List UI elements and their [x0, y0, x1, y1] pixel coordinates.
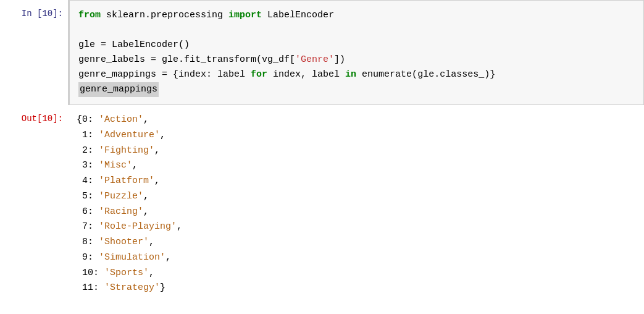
output-item-7-key: 7:: [82, 221, 99, 232]
output-indent: [77, 221, 82, 232]
output-brace-open: {: [77, 114, 82, 125]
string-genre: 'Genre': [295, 54, 334, 65]
code-line-3: genre_labels = gle.fit_transform(vg_df['…: [78, 53, 635, 67]
output-item-8-val: 'Shooter': [99, 237, 149, 247]
output-indent: [77, 237, 82, 247]
keyword-in: in: [345, 69, 356, 80]
output-indent: [77, 268, 82, 278]
output-item-5-val: 'Puzzle': [99, 191, 143, 202]
output-item-4-key: 4:: [82, 176, 99, 186]
output-item-6-val: 'Racing': [99, 206, 143, 217]
code-line-blank: [78, 23, 635, 38]
output-item-9-val: 'Simulation': [99, 252, 165, 263]
code-line-5: genre_mappings: [78, 82, 635, 97]
output-item-9-key: 9:: [82, 252, 99, 263]
output-item-1-val: 'Adventure': [99, 130, 160, 140]
output-indent: [77, 160, 82, 171]
code-line-4: genre_mappings = {index: label for index…: [78, 67, 635, 82]
code-line-2: gle = LabelEncoder(): [78, 38, 635, 53]
output-indent: [77, 191, 82, 202]
output-item-5-key: 5:: [82, 191, 99, 202]
input-label: In [10]:: [0, 0, 68, 105]
output-item-8-key: 8:: [82, 237, 99, 247]
keyword-from: from: [78, 10, 101, 20]
output-item-2-val: 'Fighting': [99, 145, 154, 156]
notebook: In [10]: from sklearn.preprocessing impo…: [0, 0, 644, 314]
output-indent: [77, 145, 82, 156]
output-indent: [77, 282, 82, 293]
output-item-3-val: 'Misc': [99, 160, 132, 171]
output-item-7-val: 'Role-Playing': [99, 221, 177, 232]
output-cell: Out[10]: {0: 'Action', 1: 'Adventure', 2…: [0, 105, 644, 303]
output-item-0-val: 'Action': [99, 114, 143, 125]
input-cell: In [10]: from sklearn.preprocessing impo…: [0, 0, 644, 105]
output-indent: [77, 252, 82, 263]
output-indent: [77, 130, 82, 140]
keyword-import: import: [228, 10, 262, 20]
output-indent: [77, 206, 82, 217]
output-item-11-key: 11:: [82, 282, 104, 293]
output-item-11-val: 'Strategy': [104, 282, 160, 293]
output-item-10-key: 10:: [82, 268, 104, 278]
keyword-for: for: [251, 69, 267, 80]
output-item-10-val: 'Sports': [104, 268, 149, 278]
output-label: Out[10]:: [0, 105, 68, 303]
output-item-0-key: 0:: [82, 114, 99, 125]
output-item-4-val: 'Platform': [99, 176, 154, 186]
output-item-3-key: 3:: [82, 160, 99, 171]
output-item-6-key: 6:: [82, 206, 99, 217]
output-content: {0: 'Action', 1: 'Adventure', 2: 'Fighti…: [68, 105, 644, 303]
output-item-1-key: 1:: [82, 130, 99, 140]
highlighted-var: genre_mappings: [78, 82, 159, 97]
code-line-1: from sklearn.preprocessing import LabelE…: [78, 8, 635, 23]
output-indent: [77, 176, 82, 186]
code-block[interactable]: from sklearn.preprocessing import LabelE…: [68, 0, 644, 105]
output-item-2-key: 2:: [82, 145, 99, 156]
